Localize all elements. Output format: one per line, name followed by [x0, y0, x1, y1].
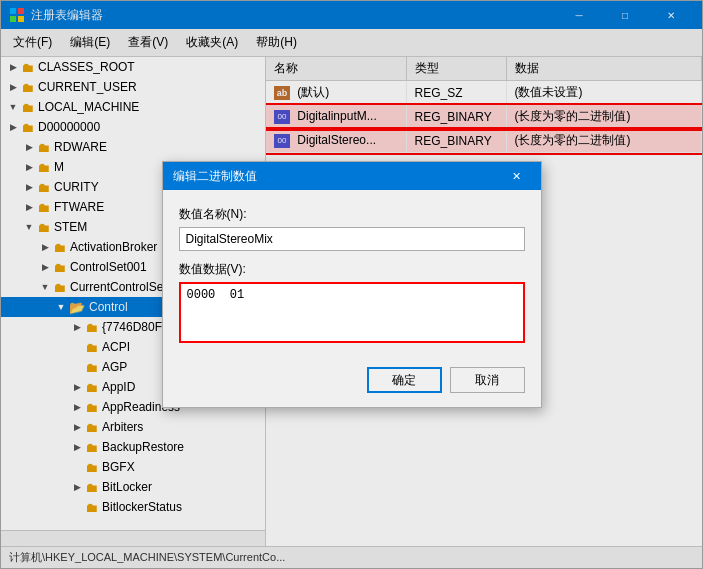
data-input[interactable] — [183, 286, 521, 336]
modal-body: 数值名称(N): 数值数据(V): — [163, 190, 541, 359]
name-label: 数值名称(N): — [179, 206, 525, 223]
data-input-container — [179, 282, 525, 343]
modal-close-button[interactable]: ✕ — [503, 162, 531, 190]
data-field-group: 数值数据(V): — [179, 261, 525, 343]
modal-title-bar: 编辑二进制数值 ✕ — [163, 162, 541, 190]
ok-button[interactable]: 确定 — [367, 367, 442, 393]
modal-overlay: 编辑二进制数值 ✕ 数值名称(N): 数值数据(V): 确定 — [1, 1, 702, 568]
cancel-button[interactable]: 取消 — [450, 367, 525, 393]
name-field-group: 数值名称(N): — [179, 206, 525, 251]
modal-dialog: 编辑二进制数值 ✕ 数值名称(N): 数值数据(V): 确定 — [162, 161, 542, 408]
data-label: 数值数据(V): — [179, 261, 525, 278]
name-input[interactable] — [179, 227, 525, 251]
modal-title: 编辑二进制数值 — [173, 168, 503, 185]
main-window: 注册表编辑器 ─ □ ✕ 文件(F) 编辑(E) 查看(V) 收藏夹(A) 帮助… — [0, 0, 703, 569]
modal-buttons: 确定 取消 — [163, 359, 541, 407]
